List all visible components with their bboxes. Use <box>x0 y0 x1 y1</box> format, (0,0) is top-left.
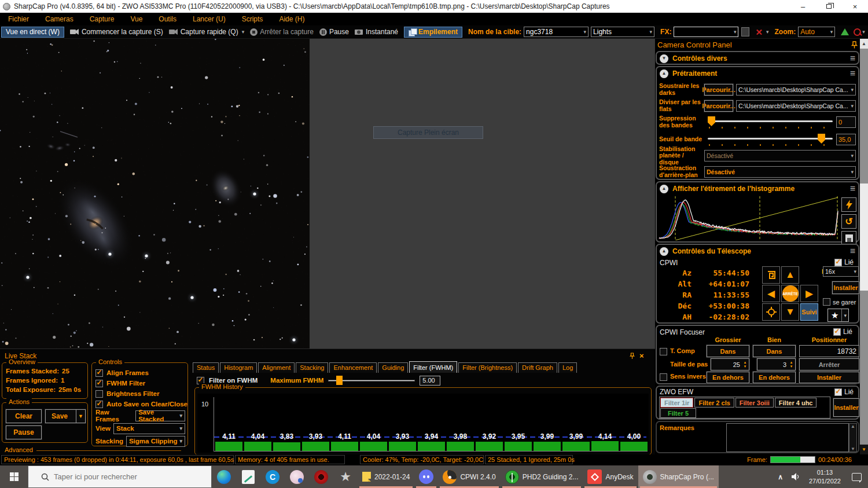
menu-item-scripts[interactable]: Scripts <box>234 15 271 23</box>
app-phd2[interactable]: PHD2 Guiding 2... <box>501 465 583 488</box>
step-coarse-spinner[interactable]: 25 ▲▼ <box>711 358 749 370</box>
remarks-textarea[interactable] <box>726 423 849 452</box>
tab-alignment[interactable]: Alignment <box>258 362 295 373</box>
tab-histogram[interactable]: Histogram <box>220 362 257 373</box>
start-capture-button[interactable]: Commencer la capture (S) <box>70 28 163 36</box>
tab-log[interactable]: Log <box>558 362 577 373</box>
quick-capture-button[interactable]: Capture rapide (Q) ▾ <box>169 28 245 36</box>
tab-filter-brightness[interactable]: Filter (Brightness) <box>458 362 517 373</box>
flats-browse-button[interactable]: Parcourir... <box>704 100 733 112</box>
reset-histogram-button[interactable]: ↺ <box>841 214 856 229</box>
live-stack-close-icon[interactable]: × <box>639 351 644 360</box>
efw-install-button[interactable]: Installer <box>833 398 859 417</box>
band-threshold-value[interactable]: 35,0 <box>836 134 856 145</box>
taskbar-search[interactable] <box>28 465 212 488</box>
focuser-position-input[interactable]: 18732 <box>799 345 859 357</box>
maximize-button[interactable] <box>816 0 842 13</box>
app-sharpcap[interactable]: SharpCap Pro (... <box>638 465 719 488</box>
live-image-canvas[interactable] <box>0 39 310 348</box>
remarks-scrollbar[interactable]: ▲▼ <box>849 423 857 452</box>
banding-slider[interactable] <box>708 116 833 129</box>
tab-drift-graph[interactable]: Drift Graph <box>518 362 557 373</box>
quick-capture-caret[interactable]: ▾ <box>242 29 245 35</box>
section-menu-icon[interactable]: ≡ <box>850 54 855 63</box>
slider-thumb[interactable] <box>708 116 715 126</box>
maximum-fwhm-value[interactable]: 5.00 <box>420 376 440 386</box>
histogram-plot[interactable] <box>658 196 840 240</box>
center-crosshair-button[interactable] <box>762 303 780 321</box>
slew-up-button[interactable]: ▲ <box>781 266 799 284</box>
snapshot-button[interactable]: Instantané <box>355 28 398 36</box>
telescope-install-button[interactable]: Installer <box>832 281 859 294</box>
slew-left-button[interactable]: ◀ <box>762 285 780 302</box>
collapse-chevron-icon[interactable]: ▲ <box>660 69 668 78</box>
clear-fx-button[interactable]: ✕ ▾ <box>755 28 768 36</box>
zoom-combobox[interactable]: Auto ▾ <box>798 27 835 37</box>
app-anydesk[interactable]: AnyDesk <box>583 465 638 488</box>
taskbar-icon-cpwi-c[interactable]: C <box>260 465 285 488</box>
fwhm-filter-checkbox[interactable] <box>95 380 103 387</box>
tray-chevron-icon[interactable]: ∧ <box>774 465 787 488</box>
menu-item-cameras[interactable]: Cameras <box>37 15 82 23</box>
fullscreen-capture-button[interactable]: Capture Plein écran <box>373 126 483 139</box>
slider-thumb[interactable] <box>818 134 825 144</box>
notification-icon[interactable] <box>845 465 868 488</box>
tab-guiding[interactable]: Guiding <box>378 362 408 373</box>
stop-capture-button[interactable]: Arrêter la capture <box>250 28 314 36</box>
taskbar-icon-notepad[interactable] <box>236 465 260 488</box>
maximum-fwhm-slider[interactable] <box>328 375 415 386</box>
raw-frames-combobox[interactable]: Save Stacked▾ <box>135 410 185 421</box>
flats-path-combobox[interactable]: C:\Users\marcb\Desktop\SharpCap Ca... ▾ <box>736 100 856 112</box>
focus-out-coarse-button[interactable]: En dehors <box>707 372 749 383</box>
stacking-combobox[interactable]: Sigma Clipping▾ <box>126 436 185 447</box>
park-checkbox[interactable] <box>823 298 830 306</box>
tab-filter-fwhm[interactable]: Filter (FWHM) <box>409 361 457 373</box>
pause-button[interactable]: Pause <box>319 28 349 36</box>
darks-browse-button[interactable]: Parcourir... <box>704 84 733 96</box>
reticle-toolbar-icon[interactable] <box>854 28 861 36</box>
menu-item-vue[interactable]: Vue <box>122 15 150 23</box>
slew-right-button[interactable]: ▶ <box>800 285 818 302</box>
telescope-linked-checkbox[interactable] <box>834 259 842 266</box>
menu-item-lancer[interactable]: Lancer (U) <box>185 15 234 23</box>
filter-4-button[interactable]: Filter 4 uhc <box>775 398 817 408</box>
menu-item-outils[interactable]: Outils <box>150 15 185 23</box>
taskbar-icon-paint[interactable] <box>285 465 309 488</box>
slew-down-button[interactable]: ▼ <box>781 303 799 321</box>
rate-combobox[interactable]: 16x ▾ <box>823 266 859 277</box>
view-combobox[interactable]: Stack▾ <box>113 423 185 434</box>
histogram-toolbar-icon[interactable] <box>841 28 849 35</box>
menu-item-fichier[interactable]: Fichier <box>0 15 37 23</box>
search-input[interactable] <box>54 472 198 481</box>
collapse-chevron-icon[interactable]: ▲ <box>660 247 668 256</box>
darks-path-combobox[interactable]: C:\Users\marcb\Desktop\SharpCap Ca... ▾ <box>736 84 856 96</box>
pause-stack-button[interactable]: Pause <box>6 425 42 439</box>
stop-slew-button[interactable]: ARRÊTE <box>781 285 799 302</box>
slider-thumb[interactable] <box>336 376 343 385</box>
focuser-linked-checkbox[interactable] <box>833 328 841 336</box>
filter-2-button[interactable]: Filter 2 cls <box>694 398 734 408</box>
filter-1-button[interactable]: Filter 1ir <box>660 398 693 408</box>
clear-button[interactable]: Clear <box>6 409 42 423</box>
expand-chevron-icon[interactable]: ▼ <box>660 54 668 63</box>
section-menu-icon[interactable]: ≡ <box>850 69 855 78</box>
tab-stacking[interactable]: Stacking <box>296 362 328 373</box>
tab-enhancement[interactable]: Enhancement <box>329 362 377 373</box>
scroll-up-button[interactable]: ▲ <box>860 39 868 49</box>
frame-type-combobox[interactable]: Lights ▾ <box>591 27 654 37</box>
app-cpwi[interactable]: CPWI 2.4.0 <box>438 465 500 488</box>
taskbar-icon-star[interactable]: ★ <box>333 465 358 488</box>
close-button[interactable]: × <box>842 0 868 13</box>
temp-comp-checkbox[interactable] <box>660 348 667 355</box>
focus-in-fine-button[interactable]: Dans <box>753 345 796 357</box>
section-menu-icon[interactable]: ≡ <box>850 247 855 256</box>
scroll-thumb[interactable] <box>860 184 868 291</box>
live-stack-pin-icon[interactable] <box>630 353 635 359</box>
fx-options-button[interactable] <box>741 27 749 36</box>
minimize-button[interactable]: – <box>790 0 816 13</box>
stabilization-combobox[interactable]: Désactivé ▾ <box>704 150 856 162</box>
live-view-button[interactable]: Vue en direct (W) <box>1 27 64 38</box>
align-frames-checkbox[interactable] <box>95 369 103 377</box>
filter-5-button[interactable]: Filter 5 <box>660 408 696 418</box>
background-subtraction-combobox[interactable]: Désactivé ▾ <box>704 166 856 178</box>
